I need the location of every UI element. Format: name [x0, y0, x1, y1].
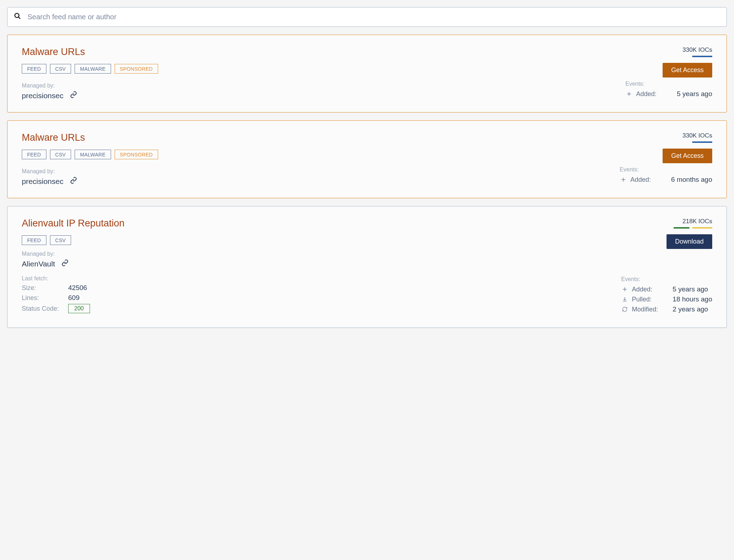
plus-icon	[620, 177, 627, 182]
refresh-icon	[621, 306, 628, 312]
ioc-count: 218K IOCs	[605, 218, 712, 225]
event-added-value: 6 months ago	[671, 176, 712, 184]
feed-card: Malware URLs FEED CSV MALWARE SPONSORED …	[7, 120, 727, 198]
event-added: Added: 5 years ago	[621, 285, 712, 293]
events-label: Events:	[625, 81, 712, 87]
tag-csv[interactable]: CSV	[50, 64, 71, 74]
download-button[interactable]: Download	[667, 234, 712, 249]
feed-title[interactable]: Malware URLs	[22, 132, 158, 143]
search-bar[interactable]	[7, 7, 727, 27]
ioc-count: 330K IOCs	[605, 132, 712, 139]
feed-title[interactable]: Malware URLs	[22, 46, 158, 58]
ioc-bar	[605, 56, 712, 57]
plus-icon	[621, 286, 628, 292]
events-label: Events:	[620, 166, 712, 173]
link-icon[interactable]	[70, 91, 77, 100]
managed-by-label: Managed by:	[22, 168, 77, 175]
size-value: 42506	[68, 284, 87, 292]
event-pulled-label: Pulled:	[632, 296, 663, 303]
event-added-label: Added:	[632, 286, 663, 293]
event-modified-value: 2 years ago	[673, 305, 708, 313]
get-access-button[interactable]: Get Access	[663, 63, 712, 78]
svg-line-1	[19, 17, 20, 19]
event-added-value: 5 years ago	[673, 285, 708, 293]
tag-malware[interactable]: MALWARE	[75, 150, 111, 159]
plus-icon	[625, 91, 633, 97]
status-code-label: Status Code:	[22, 305, 68, 312]
tag-malware[interactable]: MALWARE	[75, 64, 111, 74]
status-code-value: 200	[68, 304, 90, 313]
lines-label: Lines:	[22, 294, 68, 302]
event-added: Added: 6 months ago	[620, 176, 712, 184]
event-pulled-value: 18 hours ago	[673, 295, 712, 303]
search-icon	[14, 12, 27, 21]
ioc-count: 330K IOCs	[605, 46, 712, 54]
svg-point-0	[15, 14, 19, 18]
link-icon[interactable]	[61, 259, 69, 268]
tag-feed[interactable]: FEED	[22, 64, 46, 74]
event-pulled: Pulled: 18 hours ago	[621, 295, 712, 303]
event-added-label: Added:	[636, 90, 667, 98]
tag-sponsored[interactable]: SPONSORED	[115, 64, 158, 74]
feed-author[interactable]: AlienVault	[22, 260, 55, 268]
tag-csv[interactable]: CSV	[50, 235, 71, 245]
managed-by-label: Managed by:	[22, 251, 712, 257]
event-added: Added: 5 years ago	[625, 90, 712, 98]
tag-feed[interactable]: FEED	[22, 150, 46, 159]
ioc-bar	[605, 227, 712, 229]
tag-row: FEED CSV MALWARE SPONSORED	[22, 64, 158, 74]
lines-value: 609	[68, 294, 80, 302]
tag-csv[interactable]: CSV	[50, 150, 71, 159]
event-added-label: Added:	[630, 176, 661, 184]
event-modified-label: Modified:	[632, 306, 663, 313]
feed-author[interactable]: precisionsec	[22, 91, 64, 100]
tag-row: FEED CSV	[22, 235, 125, 245]
size-label: Size:	[22, 284, 68, 292]
search-input[interactable]	[27, 13, 720, 21]
tag-sponsored[interactable]: SPONSORED	[115, 150, 158, 159]
tag-feed[interactable]: FEED	[22, 235, 46, 245]
event-added-value: 5 years ago	[677, 90, 712, 98]
feed-title[interactable]: Alienvault IP Reputation	[22, 218, 125, 229]
feed-card: Alienvault IP Reputation FEED CSV 218K I…	[7, 206, 727, 328]
tag-row: FEED CSV MALWARE SPONSORED	[22, 150, 158, 159]
managed-by-label: Managed by:	[22, 82, 77, 89]
last-fetch-block: Last fetch: Size: 42506 Lines: 609 Statu…	[22, 275, 90, 315]
event-modified: Modified: 2 years ago	[621, 305, 712, 313]
get-access-button[interactable]: Get Access	[663, 149, 712, 163]
ioc-bar	[605, 141, 712, 143]
last-fetch-label: Last fetch:	[22, 275, 90, 282]
feed-card: Malware URLs FEED CSV MALWARE SPONSORED …	[7, 35, 727, 112]
feed-author[interactable]: precisionsec	[22, 177, 64, 186]
download-icon	[621, 296, 628, 302]
link-icon[interactable]	[70, 177, 77, 186]
events-label: Events:	[621, 276, 712, 282]
